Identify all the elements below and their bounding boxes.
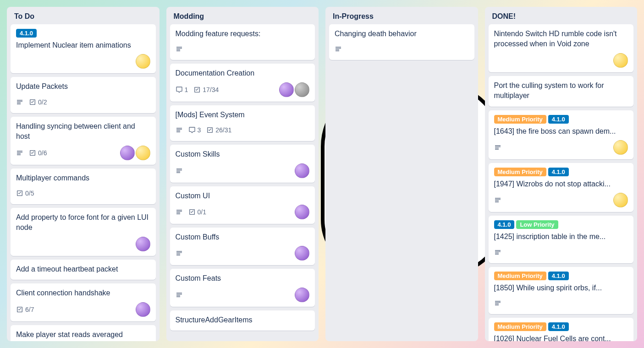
card-label[interactable]: 4.1.0: [16, 29, 37, 38]
list-cards-container: Changing death behavior: [325, 24, 478, 341]
card[interactable]: Modding feature requests:: [170, 24, 315, 60]
card[interactable]: Port the culling system to work for mult…: [489, 76, 634, 107]
card-title: Multiplayer commands: [16, 173, 150, 183]
card-labels: Medium Priority4.1.0: [494, 272, 628, 280]
description-icon: [494, 144, 501, 151]
card-label[interactable]: Medium Priority: [494, 322, 546, 331]
card-members: [613, 193, 628, 207]
card[interactable]: Nintendo Switch HD rumble code isn't pro…: [489, 24, 634, 72]
badges-left: [494, 249, 501, 256]
card[interactable]: Add a timeout heartbeat packet: [11, 260, 156, 280]
card-label[interactable]: Medium Priority: [494, 115, 546, 124]
card[interactable]: 4.1.0Low Priority[1425] inscription tabl…: [489, 216, 634, 263]
list-title[interactable]: DONE!: [485, 7, 638, 24]
card-label[interactable]: Low Priority: [516, 220, 558, 229]
card[interactable]: Custom Buffs: [170, 228, 315, 265]
avatar[interactable]: [136, 302, 150, 317]
card-title: Changing death behavior: [335, 29, 469, 39]
avatar[interactable]: [136, 146, 150, 160]
avatar[interactable]: [295, 246, 309, 261]
card[interactable]: Medium Priority4.1.0[1850] While using s…: [489, 267, 634, 314]
avatar[interactable]: [136, 237, 150, 251]
badges-left: 0/1: [176, 208, 206, 216]
card[interactable]: StructureAddGearItems: [170, 310, 315, 331]
card-members: [136, 54, 150, 69]
list-title[interactable]: In-Progress: [325, 7, 478, 24]
card-title: [1850] While using spirit orbs, if...: [494, 283, 628, 293]
avatar[interactable]: [295, 205, 309, 219]
comment-icon: [176, 86, 183, 93]
card[interactable]: Custom Skills: [170, 145, 315, 182]
checklist-badge: 17/34: [193, 86, 219, 93]
card[interactable]: [Mods] Event System326/31: [170, 105, 315, 141]
avatar[interactable]: [613, 53, 628, 68]
list: DONE!Nintendo Switch HD rumble code isn'…: [485, 7, 638, 341]
card[interactable]: Medium Priority4.1.0[1026] Nuclear Fuel …: [489, 318, 634, 341]
card[interactable]: Medium Priority4.1.0[1643] the fire boss…: [489, 110, 634, 159]
card-label[interactable]: 4.1.0: [548, 115, 569, 124]
card-badges: [494, 140, 628, 155]
comment-badge: 1: [176, 86, 188, 93]
card[interactable]: Update Packets0/2: [11, 77, 156, 113]
card-members: [279, 82, 309, 97]
checklist-icon: [206, 126, 214, 134]
avatar[interactable]: [136, 54, 150, 69]
list-title[interactable]: Modding: [166, 7, 319, 24]
comment-count: 3: [198, 126, 201, 134]
card[interactable]: Changing death behavior: [329, 24, 474, 60]
checklist-icon: [16, 306, 23, 313]
card-badges: [176, 163, 310, 178]
avatar[interactable]: [613, 193, 628, 207]
avatar[interactable]: [295, 163, 309, 178]
card[interactable]: Medium Priority4.1.0[1947] Wizrobs do no…: [489, 163, 634, 212]
avatar[interactable]: [295, 288, 309, 302]
card-badges: [176, 288, 310, 302]
board: To Do4.1.0Implement Nuclear item animati…: [0, 0, 644, 348]
list-title[interactable]: To Do: [7, 7, 160, 24]
list: In-ProgressChanging death behavior: [325, 7, 478, 341]
card[interactable]: Documentation Creation117/34: [170, 64, 315, 101]
avatar[interactable]: [613, 140, 628, 155]
card-members: [295, 163, 309, 178]
card[interactable]: Client connection handshake6/7: [11, 283, 156, 321]
card-badges: [16, 54, 150, 69]
card-badges: 0/5: [16, 187, 150, 200]
checklist-icon: [188, 208, 196, 216]
card[interactable]: Custom Feats: [170, 269, 315, 306]
list-cards-container: Nintendo Switch HD rumble code isn't pro…: [485, 24, 638, 341]
card-badges: 326/31: [176, 124, 310, 136]
card-label[interactable]: 4.1.0: [494, 220, 515, 229]
card-badges: [494, 53, 628, 68]
card[interactable]: Custom UI0/1: [170, 186, 315, 224]
card-badges: 0/6: [16, 146, 150, 160]
card[interactable]: Make player stat reads averaged: [11, 325, 156, 341]
card-label[interactable]: 4.1.0: [548, 168, 569, 176]
card-label[interactable]: 4.1.0: [548, 272, 569, 280]
avatar[interactable]: [279, 82, 294, 97]
checklist-badge: 0/6: [29, 149, 47, 157]
card-title: StructureAddGearItems: [176, 315, 310, 325]
avatar[interactable]: [120, 146, 135, 160]
description-icon: [176, 208, 183, 216]
card-badges: [494, 193, 628, 207]
card[interactable]: Handling syncing between client and host…: [11, 117, 156, 165]
card-title: Implement Nuclear item animations: [16, 40, 150, 50]
description-icon: [16, 149, 23, 157]
badges-left: 117/34: [176, 86, 219, 93]
card[interactable]: 4.1.0Implement Nuclear item animations: [11, 24, 156, 73]
card-label[interactable]: 4.1.0: [548, 322, 569, 331]
comment-count: 1: [185, 86, 188, 93]
card-label[interactable]: Medium Priority: [494, 168, 546, 176]
card-members: [613, 140, 628, 155]
card[interactable]: Add property to force font for a given L…: [11, 208, 156, 256]
checklist-count: 0/6: [38, 149, 47, 157]
card-members: [120, 146, 150, 160]
avatar[interactable]: [295, 82, 309, 97]
card-title: Update Packets: [16, 82, 150, 92]
card-label[interactable]: Medium Priority: [494, 272, 546, 280]
card[interactable]: Multiplayer commands0/5: [11, 169, 156, 204]
card-badges: [176, 43, 310, 55]
card-badges: [16, 237, 150, 251]
checklist-count: 17/34: [203, 86, 219, 93]
badges-left: [494, 196, 501, 204]
